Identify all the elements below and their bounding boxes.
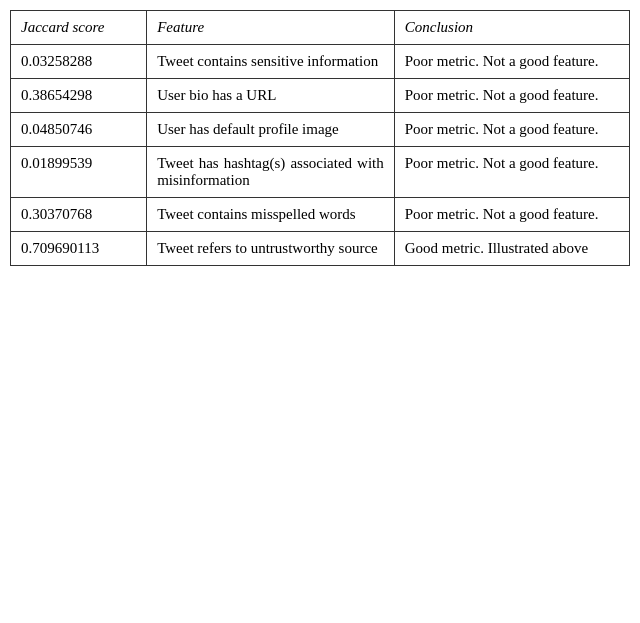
table-header-row: Jaccard score Feature Conclusion: [11, 11, 630, 45]
cell-conclusion: Poor metric. Not a good feature.: [394, 45, 629, 79]
table-row: 0.03258288Tweet contains sensitive infor…: [11, 45, 630, 79]
cell-feature: User has default profile image: [147, 113, 395, 147]
cell-conclusion: Good metric. Illustrated above: [394, 232, 629, 266]
table-row: 0.01899539Tweet has hashtag(s) associate…: [11, 147, 630, 198]
cell-feature: User bio has a URL: [147, 79, 395, 113]
table-row: 0.38654298User bio has a URLPoor metric.…: [11, 79, 630, 113]
cell-feature: Tweet has hashtag(s) associated with mis…: [147, 147, 395, 198]
table-row: 0.30370768Tweet contains misspelled word…: [11, 198, 630, 232]
cell-jaccard: 0.30370768: [11, 198, 147, 232]
header-jaccard: Jaccard score: [11, 11, 147, 45]
cell-conclusion: Poor metric. Not a good feature.: [394, 79, 629, 113]
cell-jaccard: 0.38654298: [11, 79, 147, 113]
table-container: Jaccard score Feature Conclusion 0.03258…: [10, 10, 630, 266]
cell-feature: Tweet contains sensitive information: [147, 45, 395, 79]
cell-jaccard: 0.04850746: [11, 113, 147, 147]
cell-conclusion: Poor metric. Not a good feature.: [394, 198, 629, 232]
header-conclusion: Conclusion: [394, 11, 629, 45]
cell-conclusion: Poor metric. Not a good feature.: [394, 147, 629, 198]
header-feature: Feature: [147, 11, 395, 45]
cell-jaccard: 0.03258288: [11, 45, 147, 79]
cell-feature: Tweet refers to untrustworthy source: [147, 232, 395, 266]
table-row: 0.04850746User has default profile image…: [11, 113, 630, 147]
table-row: 0.709690113Tweet refers to untrustworthy…: [11, 232, 630, 266]
cell-jaccard: 0.01899539: [11, 147, 147, 198]
cell-feature: Tweet contains misspelled words: [147, 198, 395, 232]
jaccard-table: Jaccard score Feature Conclusion 0.03258…: [10, 10, 630, 266]
cell-jaccard: 0.709690113: [11, 232, 147, 266]
cell-conclusion: Poor metric. Not a good feature.: [394, 113, 629, 147]
